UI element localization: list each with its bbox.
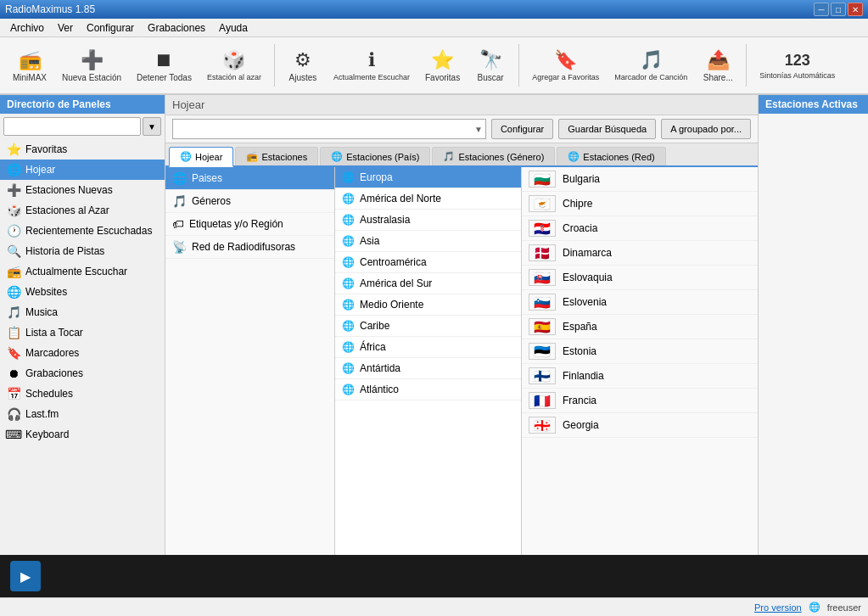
sidebar-search-row: ▼ <box>0 114 165 139</box>
tab-estaciones-red[interactable]: 🌐 Estaciones (Red) <box>557 147 665 165</box>
menu-archivo[interactable]: Archivo <box>3 20 51 36</box>
actualmente-icon: 📻 <box>7 265 20 278</box>
pane2-item-caribe[interactable]: 🌐 Caribe <box>335 316 521 337</box>
pane2-item-medio-oriente[interactable]: 🌐 Medio Oriente <box>335 294 521 316</box>
pane2-item-atlantico[interactable]: 🌐 Atlántico <box>335 379 521 400</box>
pane1-item-generos[interactable]: 🎵 Géneros <box>165 190 334 213</box>
pane2-item-africa[interactable]: 🌐 África <box>335 337 521 358</box>
pane2-item-america-norte[interactable]: 🌐 América del Norte <box>335 188 521 210</box>
toolbar-minimax[interactable]: 📻 MiniMAX <box>7 41 53 90</box>
flag-finlandia: 🇫🇮 <box>529 367 556 384</box>
sidebar-item-lista[interactable]: 📋 Lista a Tocar <box>0 322 165 343</box>
sidebar-item-websites[interactable]: 🌐 Websites <box>0 282 165 302</box>
sidebar-search-input[interactable] <box>3 117 141 136</box>
country-eslovaquia[interactable]: 🇸🇰 Eslovaquia <box>522 266 758 290</box>
country-georgia[interactable]: 🇬🇪 Georgia <box>522 413 758 438</box>
toolbar-favoritas[interactable]: ⭐ Favoritas <box>419 41 466 90</box>
pane1-item-red[interactable]: 📡 Red de Radiodifusoras <box>165 236 334 259</box>
marcadores-icon: 🔖 <box>7 346 20 360</box>
sidebar-item-actualmente[interactable]: 📻 Actualmente Escuchar <box>0 261 165 282</box>
sidebar-item-lastfm[interactable]: 🎧 Last.fm <box>0 404 165 424</box>
menu-configurar[interactable]: Configurar <box>80 20 141 36</box>
title-bar-buttons: ─ □ ✕ <box>814 3 863 16</box>
menu-ayuda[interactable]: Ayuda <box>212 20 255 36</box>
pane2-item-antartida[interactable]: 🌐 Antártida <box>335 358 521 379</box>
flag-eslovaquia: 🇸🇰 <box>529 269 556 286</box>
flag-georgia: 🇬🇪 <box>529 417 556 434</box>
grabaciones-icon: ⏺ <box>7 367 20 380</box>
menu-ver[interactable]: Ver <box>51 20 80 36</box>
sidebar-item-musica[interactable]: 🎵 Musica <box>0 302 165 322</box>
toolbar-buscar[interactable]: 🔭 Buscar <box>469 41 512 90</box>
country-croacia[interactable]: 🇭🇷 Croacia <box>522 216 758 241</box>
country-finlandia[interactable]: 🇫🇮 Finlandia <box>522 364 758 389</box>
minimize-button[interactable]: ─ <box>814 3 829 16</box>
pane2-item-america-sur[interactable]: 🌐 América del Sur <box>335 273 521 294</box>
toolbar-agregar[interactable]: 🔖 Agregar a Favoritas <box>526 41 605 90</box>
tab-estaciones[interactable]: 📻 Estaciones <box>235 147 318 165</box>
sidebar-item-estaciones-nuevas[interactable]: ➕ Estaciones Nuevas <box>0 180 165 200</box>
sidebar-item-keyboard[interactable]: ⌨ Keyboard <box>0 424 165 445</box>
pane1-item-paises[interactable]: 🌐 Paises <box>165 167 334 190</box>
favoritas-icon: ⭐ <box>7 143 20 156</box>
country-chipre[interactable]: 🇨🇾 Chipre <box>522 192 758 216</box>
menu-grabaciones[interactable]: Grabaciones <box>141 20 212 36</box>
pane2-item-asia[interactable]: 🌐 Asia <box>335 231 521 252</box>
estaciones-tab-icon: 📻 <box>246 151 258 162</box>
play-button[interactable]: ▶ <box>10 561 41 591</box>
sidebar-search-button[interactable]: ▼ <box>143 117 161 136</box>
sidebar-item-schedules[interactable]: 📅 Schedules <box>0 384 165 404</box>
toolbar: 📻 MiniMAX ➕ Nueva Estación ⏹ Detener Tod… <box>0 37 868 95</box>
agrupar-button[interactable]: A groupado por... <box>661 119 751 139</box>
paises-icon: 🌐 <box>172 171 187 185</box>
sidebar-item-hojear[interactable]: 🌐 Hojear <box>0 160 165 180</box>
toolbar-marcador[interactable]: 🎵 Marcador de Canción <box>608 41 693 90</box>
toolbar-detener[interactable]: ⏹ Detener Todas <box>131 41 198 90</box>
sidebar-item-recientemente[interactable]: 🕐 Recientemente Escuchadas <box>0 221 165 241</box>
estaciones-genero-tab-icon: 🎵 <box>443 151 455 162</box>
toolbar-azar[interactable]: 🎲 Estación al azar <box>201 41 267 90</box>
toolbar-separator-1 <box>274 44 275 87</box>
country-estonia[interactable]: 🇪🇪 Estonia <box>522 339 758 364</box>
search-input[interactable] <box>172 119 486 139</box>
pro-version-link[interactable]: Pro version <box>754 602 802 613</box>
toolbar-ajustes[interactable]: ⚙ Ajustes <box>282 41 324 90</box>
pane2-item-europa[interactable]: 🌐 Europa <box>335 167 521 188</box>
country-dinamarca[interactable]: 🇩🇰 Dinamarca <box>522 241 758 266</box>
toolbar-nueva-estacion[interactable]: ➕ Nueva Estación <box>56 41 127 90</box>
maximize-button[interactable]: □ <box>831 3 846 16</box>
schedules-icon: 📅 <box>7 387 20 400</box>
pane1-item-etiquetas[interactable]: 🏷 Etiquetas y/o Región <box>165 213 334 236</box>
toolbar-sintonias[interactable]: 123 Sintonías Automáticas <box>753 41 841 90</box>
pane2-item-australasia[interactable]: 🌐 Australasia <box>335 210 521 231</box>
sintonias-icon: 123 <box>785 52 810 70</box>
country-espana[interactable]: 🇪🇸 España <box>522 315 758 339</box>
sidebar-item-historia[interactable]: 🔍 Historia de Pistas <box>0 241 165 261</box>
hojear-icon: 🌐 <box>7 163 20 176</box>
medio-oriente-icon: 🌐 <box>342 299 355 311</box>
toolbar-escuchar[interactable]: ℹ Actualmente Escuchar <box>328 41 416 90</box>
marcador-icon: 🎵 <box>640 49 663 71</box>
country-eslovenia[interactable]: 🇸🇮 Eslovenia <box>522 290 758 315</box>
tab-estaciones-genero[interactable]: 🎵 Estaciones (Género) <box>432 147 555 165</box>
title-bar: RadioMaximus 1.85 ─ □ ✕ <box>0 0 868 19</box>
tab-estaciones-pais[interactable]: 🌐 Estaciones (País) <box>320 147 430 165</box>
sidebar-item-marcadores[interactable]: 🔖 Marcadores <box>0 343 165 363</box>
close-button[interactable]: ✕ <box>848 3 863 16</box>
content-header-label: Hojear <box>172 98 204 111</box>
configurar-button[interactable]: Configurar <box>491 119 553 139</box>
sidebar-item-favoritas[interactable]: ⭐ Favoritas <box>0 139 165 160</box>
historia-icon: 🔍 <box>7 244 20 258</box>
tab-hojear[interactable]: 🌐 Hojear <box>169 147 233 167</box>
guardar-busqueda-button[interactable]: Guardar Búsqueda <box>558 119 656 139</box>
sidebar-item-estaciones-azar[interactable]: 🎲 Estaciones al Azar <box>0 200 165 221</box>
country-francia[interactable]: 🇫🇷 Francia <box>522 389 758 413</box>
tabs: 🌐 Hojear 📻 Estaciones 🌐 Estaciones (País… <box>165 143 758 167</box>
pane2-item-centroamerica[interactable]: 🌐 Centroamérica <box>335 252 521 273</box>
country-bulgaria[interactable]: 🇧🇬 Bulgaria <box>522 167 758 192</box>
estaciones-pais-tab-icon: 🌐 <box>331 151 343 162</box>
content-header: Hojear <box>165 95 758 115</box>
sidebar: Directorio de Paneles ▼ ⭐ Favoritas 🌐 Ho… <box>0 95 165 555</box>
sidebar-item-grabaciones[interactable]: ⏺ Grabaciones <box>0 363 165 384</box>
toolbar-share[interactable]: 📤 Share... <box>697 41 739 90</box>
